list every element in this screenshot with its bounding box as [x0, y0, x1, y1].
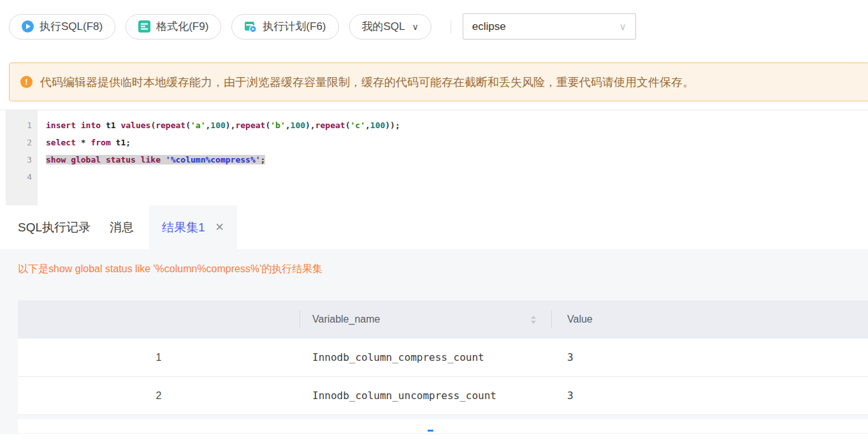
result-table-header: Variable_name Value	[18, 300, 868, 339]
play-circle-icon	[22, 20, 34, 33]
warning-icon: !	[20, 76, 33, 88]
execution-plan-icon	[244, 20, 257, 33]
cell-focus-indicator	[428, 430, 433, 432]
cell-value: 3	[551, 351, 868, 363]
line-number: 4	[6, 168, 32, 186]
value-header-label: Value	[567, 314, 593, 325]
editor-code-area[interactable]: insert into t1 values(repeat('a',100),re…	[38, 110, 868, 205]
execute-sql-label: 执行SQL(F8)	[40, 19, 103, 34]
format-button[interactable]: 格式化(F9)	[126, 14, 221, 40]
row3-partial	[18, 419, 868, 433]
tab-sql-history-label: SQL执行记录	[18, 219, 90, 236]
editor-gutter: 1234	[6, 110, 38, 205]
editor-theme-select[interactable]: eclipse ∨	[463, 13, 636, 40]
row-gap	[18, 415, 868, 419]
line-number: 1	[6, 117, 32, 134]
code-editor[interactable]: 1234 insert into t1 values(repeat('a',10…	[0, 110, 868, 205]
my-sql-button[interactable]: 我的SQL ∨	[349, 14, 431, 40]
variable-name-header-label: Variable_name	[312, 314, 380, 325]
cell-variable-name: Innodb_column_uncompress_count	[300, 390, 551, 402]
tab-result-set-1-label: 结果集1	[162, 219, 205, 236]
sort-icon[interactable]	[531, 316, 536, 324]
header-variable-name-column: Variable_name	[300, 300, 551, 339]
cell-row-index: 1	[18, 352, 300, 363]
format-doc-icon	[138, 20, 150, 33]
chevron-down-icon: ∨	[619, 21, 626, 33]
chevron-down-icon: ∨	[412, 22, 419, 32]
cell-variable-name: Innodb_column_compress_count	[300, 351, 551, 363]
code-line: select * from t1;	[46, 134, 868, 151]
close-icon[interactable]: ✕	[215, 221, 224, 234]
tab-messages[interactable]: 消息	[110, 205, 134, 249]
line-number: 2	[6, 134, 32, 151]
tab-messages-label: 消息	[110, 219, 134, 236]
tab-result-set-1[interactable]: 结果集1 ✕	[149, 205, 237, 249]
table-row[interactable]: 1Innodb_column_compress_count3	[18, 339, 868, 377]
result-table: Variable_name Value 1Innodb_column_compr…	[18, 300, 868, 433]
cell-value: 3	[551, 390, 868, 402]
warning-text: 代码编辑器提供临时本地缓存能力，由于浏览器缓存容量限制，缓存的代码可能存在截断和…	[40, 75, 694, 90]
execution-plan-label: 执行计划(F6)	[263, 19, 326, 34]
result-table-body: 1Innodb_column_compress_count32Innodb_co…	[18, 339, 868, 415]
theme-select-value: eclipse	[472, 20, 506, 33]
line-number: 3	[6, 151, 32, 168]
sql-toolbar: 执行SQL(F8) 格式化(F9) 执行计划(F6) 我的SQL ∨ eclip…	[0, 0, 868, 40]
result-message: 以下是show global status like '%column%comp…	[18, 263, 868, 275]
execute-sql-button[interactable]: 执行SQL(F8)	[9, 14, 115, 40]
result-tabbar: SQL执行记录 消息 结果集1 ✕	[0, 205, 868, 249]
code-line	[46, 168, 868, 186]
header-value-column: Value	[551, 300, 868, 339]
cache-warning-banner: ! 代码编辑器提供临时本地缓存能力，由于浏览器缓存容量限制，缓存的代码可能存在截…	[9, 62, 868, 101]
toolbar-divider	[451, 20, 451, 33]
sort-asc-icon	[531, 316, 536, 319]
code-line: insert into t1 values(repeat('a',100),re…	[46, 117, 868, 134]
format-label: 格式化(F9)	[156, 19, 208, 34]
execution-plan-button[interactable]: 执行计划(F6)	[231, 14, 338, 40]
my-sql-label: 我的SQL	[362, 19, 405, 34]
result-panel: 以下是show global status like '%column%comp…	[0, 249, 868, 434]
cell-row-index: 2	[18, 390, 300, 402]
sort-desc-icon	[531, 321, 536, 324]
tab-sql-history[interactable]: SQL执行记录	[18, 205, 90, 249]
code-line: show global status like '%column%compres…	[46, 151, 868, 168]
table-row[interactable]: 2Innodb_column_uncompress_count3	[18, 377, 868, 415]
